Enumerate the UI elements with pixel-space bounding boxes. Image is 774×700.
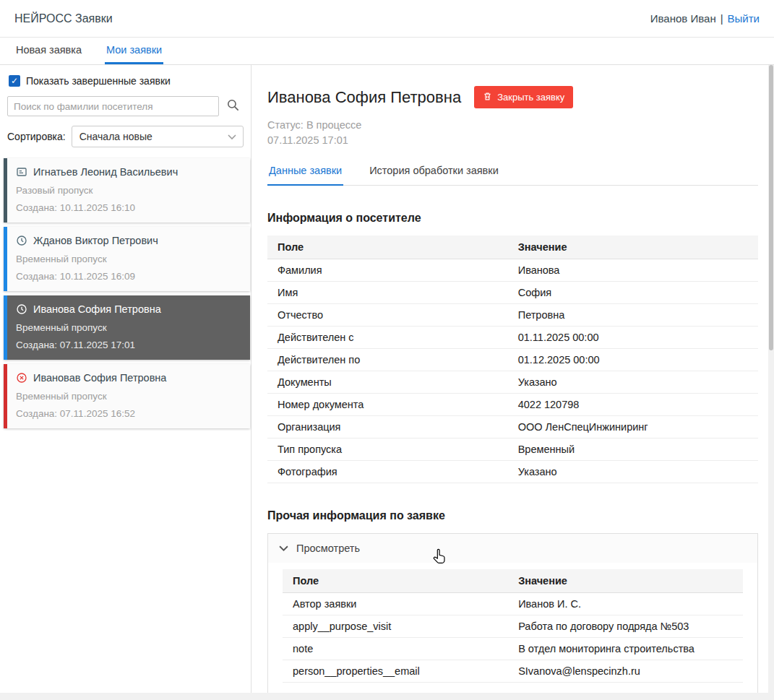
- search-row: [7, 96, 244, 116]
- other-info-table: Поле Значение Автор заявкиИванов И. С. a…: [283, 569, 743, 683]
- field-cell: Имя: [267, 282, 508, 304]
- tab-request-data[interactable]: Данные заявки: [267, 158, 343, 186]
- column-header-field: Поле: [283, 569, 508, 593]
- table-row: noteВ отдел мониторинга строительства: [283, 638, 743, 660]
- title-row: Иванова София Петровна Закрыть заявку: [267, 86, 758, 108]
- request-list-item[interactable]: Жданов Виктор Петрович Временный пропуск…: [4, 227, 250, 291]
- search-input[interactable]: [7, 96, 219, 116]
- table-row: ФотографияУказано: [267, 461, 758, 483]
- tab-my-requests[interactable]: Мои заявки: [105, 38, 163, 64]
- column-header-value: Значение: [508, 569, 743, 593]
- request-created: Создана: 10.11.2025 16:10: [16, 202, 241, 213]
- value-cell: 01.12.2025 00:00: [508, 349, 758, 371]
- value-cell: Петровна: [508, 304, 758, 327]
- close-request-button[interactable]: Закрыть заявку: [474, 86, 573, 108]
- clock-icon: [16, 303, 27, 315]
- expander-header[interactable]: Просмотреть: [268, 534, 757, 563]
- value-cell: София: [508, 282, 758, 304]
- request-list: Игнатьев Леонид Васильевич Разовый пропу…: [0, 158, 251, 428]
- chevron-down-icon: [228, 131, 236, 142]
- search-button[interactable]: [222, 96, 244, 116]
- request-type: Временный пропуск: [16, 254, 241, 264]
- other-info-panel: Просмотреть Поле Значение Автор заявкиИв…: [267, 533, 758, 698]
- request-name: Иванова София Петровна: [33, 303, 161, 315]
- value-cell: Временный: [508, 438, 758, 461]
- vertical-scrollbar-thumb[interactable]: [769, 65, 773, 350]
- request-list-item[interactable]: Ивановав София Петровна Временный пропус…: [4, 364, 250, 428]
- table-row: Номер документа4022 120798: [267, 394, 758, 416]
- table-row: Тип пропускаВременный: [267, 438, 758, 461]
- field-cell: person__properties__email: [283, 660, 508, 683]
- sort-label: Сортировка:: [7, 131, 66, 142]
- field-cell: Действителен с: [267, 327, 508, 349]
- value-cell: ООО ЛенСпецИнжиниринг: [508, 416, 758, 438]
- value-cell: Указано: [508, 461, 758, 483]
- separator: |: [721, 12, 723, 25]
- value-cell: 01.11.2025 00:00: [508, 327, 758, 349]
- search-icon: [226, 98, 240, 114]
- field-cell: Организация: [267, 416, 508, 438]
- sidebar: ✓ Показать завершенные заявки Сортировка…: [0, 65, 251, 700]
- request-name: Игнатьев Леонид Васильевич: [33, 166, 178, 178]
- user-area: Иванов Иван | Выйти: [650, 12, 760, 25]
- request-list-item-selected[interactable]: Иванова София Петровна Временный пропуск…: [4, 295, 250, 360]
- app-header: НЕЙРОСС Заявки Иванов Иван | Выйти: [0, 0, 774, 38]
- visitor-section-title: Информация о посетителе: [267, 212, 758, 225]
- user-name: Иванов Иван: [650, 12, 716, 25]
- request-type: Разовый пропуск: [16, 185, 241, 196]
- trash-icon: [483, 91, 492, 103]
- visitor-table: Поле Значение ФамилияИванова ИмяСофия От…: [267, 236, 758, 483]
- table-header-row: Поле Значение: [283, 569, 743, 593]
- table-row: Действителен по01.12.2025 00:00: [267, 349, 758, 371]
- horizontal-scrollbar-track[interactable]: [0, 693, 768, 700]
- table-row: Автор заявкиИванов И. С.: [283, 593, 743, 615]
- field-cell: apply__purpose_visit: [283, 615, 508, 638]
- checkbox-checked-icon[interactable]: ✓: [9, 75, 20, 87]
- request-datetime: 07.11.2025 17:01: [267, 134, 758, 146]
- sort-row: Сортировка: Сначала новые: [7, 126, 244, 147]
- value-cell: Иванов И. С.: [508, 593, 743, 615]
- tab-new-request[interactable]: Новая заявка: [14, 38, 83, 64]
- vertical-scrollbar-track[interactable]: [768, 65, 774, 700]
- value-cell: Работа по договору подряда №503: [508, 615, 743, 638]
- table-row: ОрганизацияООО ЛенСпецИнжиниринг: [267, 416, 758, 438]
- request-created: Создана: 07.11.2025 16:52: [16, 408, 241, 419]
- pass-icon: [16, 166, 27, 178]
- field-cell: Автор заявки: [283, 593, 508, 615]
- column-header-field: Поле: [267, 236, 508, 259]
- app-title: НЕЙРОСС Заявки: [14, 12, 113, 25]
- expander-body: Поле Значение Автор заявкиИванов И. С. a…: [268, 563, 757, 697]
- request-type: Временный пропуск: [16, 322, 241, 333]
- request-detail: Иванова София Петровна Закрыть заявку Ст…: [251, 65, 774, 700]
- tab-request-history[interactable]: История обработки заявки: [368, 158, 500, 186]
- value-cell: В отдел мониторинга строительства: [508, 638, 743, 660]
- logout-link[interactable]: Выйти: [728, 12, 760, 25]
- sidebar-controls: ✓ Показать завершенные заявки Сортировка…: [0, 75, 251, 147]
- sort-select[interactable]: Сначала новые: [72, 126, 244, 147]
- content-area: ✓ Показать завершенные заявки Сортировка…: [0, 65, 774, 700]
- field-cell: Номер документа: [267, 394, 508, 416]
- expander-label: Просмотреть: [296, 543, 360, 554]
- show-completed-checkbox-row[interactable]: ✓ Показать завершенные заявки: [9, 75, 244, 87]
- table-row: person__properties__emailSIvanova@lenspe…: [283, 660, 743, 683]
- table-row: ИмяСофия: [267, 282, 758, 304]
- request-created: Создана: 07.11.2025 17:01: [16, 340, 241, 350]
- field-cell: Действителен по: [267, 349, 508, 371]
- field-cell: Фотография: [267, 461, 508, 483]
- table-row: ОтчествоПетровна: [267, 304, 758, 327]
- field-cell: Документы: [267, 371, 508, 394]
- request-list-item[interactable]: Игнатьев Леонид Васильевич Разовый пропу…: [4, 158, 250, 222]
- value-cell: Иванова: [508, 259, 758, 282]
- page-title: Иванова София Петровна: [267, 88, 461, 107]
- value-cell: SIvanova@lenspecinzh.ru: [508, 660, 743, 683]
- main-nav-tabs: Новая заявка Мои заявки: [0, 38, 774, 65]
- table-row: ФамилияИванова: [267, 259, 758, 282]
- detail-tabs: Данные заявки История обработки заявки: [267, 158, 758, 186]
- request-name: Ивановав София Петровна: [33, 372, 166, 384]
- other-section-title: Прочая информация по заявке: [267, 509, 758, 522]
- field-cell: Фамилия: [267, 259, 508, 282]
- table-row: apply__purpose_visitРабота по договору п…: [283, 615, 743, 638]
- table-row: Действителен с01.11.2025 00:00: [267, 327, 758, 349]
- status-text: Статус: В процессе: [267, 119, 758, 131]
- sort-select-value: Сначала новые: [79, 131, 152, 142]
